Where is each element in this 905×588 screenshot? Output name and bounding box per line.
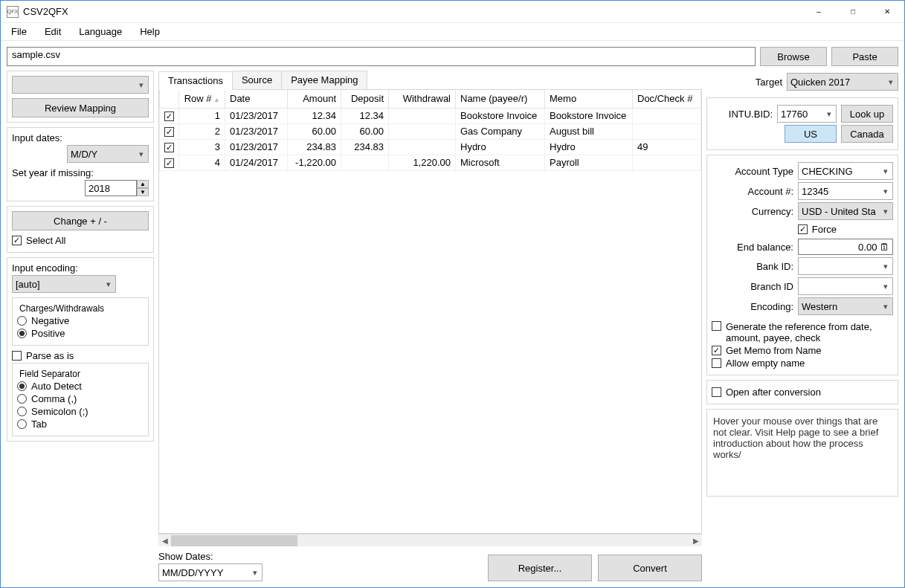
paste-button[interactable]: Paste [831, 47, 898, 66]
convert-button[interactable]: Convert [598, 555, 702, 581]
spin-up-icon[interactable]: ▲ [137, 180, 149, 188]
close-button[interactable]: ✕ [870, 1, 904, 23]
transactions-grid: Row # Date Amount Deposit Withdrawal Nam… [158, 90, 702, 534]
intubid-panel: INTU.BID: 17760 Look up US Canada [706, 97, 898, 150]
review-mapping-button[interactable]: Review Mapping [12, 98, 149, 117]
app-window: QFX CSV2QFX – □ ✕ File Edit Language Hel… [0, 0, 905, 588]
col-deposit[interactable]: Deposit [341, 90, 389, 108]
tabs: Transactions Source Payee Mapping [158, 71, 702, 90]
file-row: sample.csv Browse Paste [7, 47, 898, 66]
separator-legend: Field Separator [17, 369, 83, 379]
right-panel: Target Quicken 2017 INTU.BID: 17760 Look… [706, 71, 898, 581]
branch-id-combo[interactable] [798, 277, 893, 295]
mapping-combo[interactable] [12, 76, 149, 94]
register-button[interactable]: Register... [488, 555, 592, 581]
browse-button[interactable]: Browse [760, 47, 827, 66]
transactions-table: Row # Date Amount Deposit Withdrawal Nam… [159, 90, 701, 171]
menu-file[interactable]: File [4, 25, 34, 39]
scroll-left-icon[interactable]: ◀ [158, 534, 171, 547]
bank-id-label: Bank ID: [756, 261, 793, 272]
col-memo[interactable]: Memo [545, 90, 633, 108]
col-check[interactable] [160, 90, 179, 108]
account-type-combo[interactable]: CHECKING [798, 162, 893, 180]
input-encoding-label: Input encoding: [12, 262, 149, 274]
show-dates-label: Show Dates: [158, 551, 263, 562]
canada-button[interactable]: Canada [841, 125, 893, 143]
select-all-label: Select All [26, 235, 65, 246]
input-encoding-combo[interactable]: [auto] [12, 275, 116, 293]
lookup-button[interactable]: Look up [841, 105, 893, 123]
table-row[interactable]: ✓201/23/201760.0060.00Gas CompanyAugust … [160, 123, 701, 139]
scroll-right-icon[interactable]: ▶ [689, 534, 702, 547]
tab-transactions[interactable]: Transactions [158, 71, 233, 90]
allow-empty-checkbox[interactable]: Allow empty name [712, 358, 893, 369]
set-year-spinner[interactable]: 2018 ▲▼ [12, 180, 149, 196]
intubid-combo[interactable]: 17760 [777, 105, 837, 123]
select-all-checkbox[interactable]: ✓Select All [12, 235, 149, 246]
col-withdrawal[interactable]: Withdrawal [389, 90, 456, 108]
tab-source[interactable]: Source [232, 71, 282, 89]
change-sign-button[interactable]: Change + / - [12, 211, 149, 230]
window-title: CSV2QFX [23, 6, 802, 17]
us-button[interactable]: US [785, 125, 837, 143]
table-row[interactable]: ✓301/23/2017234.83234.83HydroHydro49 [160, 139, 701, 155]
currency-combo[interactable]: USD - United Sta [798, 202, 893, 220]
center-panel: Transactions Source Payee Mapping Row # … [158, 71, 702, 581]
input-dates-combo[interactable]: M/D/Y [67, 145, 149, 163]
sep-auto-radio[interactable]: Auto Detect [17, 381, 144, 392]
horizontal-scrollbar[interactable]: ◀ ▶ [158, 534, 702, 546]
target-combo[interactable]: Quicken 2017 [787, 73, 898, 91]
bank-id-combo[interactable] [798, 257, 893, 275]
charges-positive-radio[interactable]: Positive [17, 328, 144, 339]
col-date[interactable]: Date [225, 90, 288, 108]
scroll-thumb[interactable] [171, 535, 297, 546]
table-row[interactable]: ✓401/24/2017-1,220.001,220.00MicrosoftPa… [160, 155, 701, 170]
end-balance-input[interactable]: 0.00 🗓 [798, 239, 893, 255]
menu-language[interactable]: Language [71, 25, 129, 39]
show-dates-combo[interactable]: MM/DD/YYYY [158, 563, 263, 581]
force-checkbox[interactable]: ✓Force [798, 224, 837, 235]
input-dates-label: Input dates: [12, 132, 149, 143]
account-num-combo[interactable]: 12345 [798, 182, 893, 200]
app-icon: QFX [7, 6, 19, 18]
menu-help[interactable]: Help [132, 25, 167, 39]
open-after-panel: Open after conversion [706, 380, 898, 404]
charges-fieldset: Charges/Withdrawals Negative Positive [12, 297, 149, 346]
client-area: sample.csv Browse Paste Review Mapping I… [1, 41, 904, 587]
set-year-label: Set year if missing: [12, 167, 149, 178]
set-year-value[interactable]: 2018 [85, 180, 137, 196]
col-amount[interactable]: Amount [288, 90, 341, 108]
get-memo-checkbox[interactable]: ✓Get Memo from Name [712, 345, 893, 356]
output-encoding-label: Encoding: [750, 301, 793, 312]
file-path-input[interactable]: sample.csv [7, 47, 756, 66]
parse-as-is-checkbox[interactable]: Parse as is [12, 350, 149, 361]
show-dates-group: Show Dates: MM/DD/YYYY [158, 551, 263, 581]
dates-panel: Input dates: M/D/Y Set year if missing: … [7, 127, 154, 201]
col-doc[interactable]: Doc/Check # [633, 90, 701, 108]
account-num-label: Account #: [748, 186, 793, 197]
sep-semicolon-radio[interactable]: Semicolon (;) [17, 406, 144, 417]
charges-legend: Charges/Withdrawals [17, 303, 106, 314]
open-after-checkbox[interactable]: Open after conversion [712, 387, 893, 398]
col-row[interactable]: Row # [179, 90, 225, 108]
left-panel: Review Mapping Input dates: M/D/Y Set ye… [7, 71, 154, 581]
target-label: Target [756, 77, 782, 88]
sep-comma-radio[interactable]: Comma (,) [17, 393, 144, 404]
table-row[interactable]: ✓101/23/201712.3412.34Bookstore InvoiceB… [160, 108, 701, 123]
charges-negative-radio[interactable]: Negative [17, 315, 144, 326]
help-tip: Hover your mouse over things that are no… [706, 409, 898, 497]
tab-payee-mapping[interactable]: Payee Mapping [281, 71, 367, 89]
generate-ref-checkbox[interactable]: Generate the reference from date, amount… [712, 321, 893, 343]
account-type-label: Account Type [735, 166, 793, 177]
calendar-icon[interactable]: 🗓 [880, 242, 889, 253]
mapping-panel: Review Mapping [7, 71, 154, 123]
spin-down-icon[interactable]: ▼ [137, 188, 149, 196]
menu-edit[interactable]: Edit [37, 25, 68, 39]
encoding-panel: Input encoding: [auto] Charges/Withdrawa… [7, 257, 154, 442]
output-encoding-combo[interactable]: Western [798, 297, 893, 315]
end-balance-label: End balance: [737, 242, 793, 253]
col-name[interactable]: Name (payee/r) [456, 90, 545, 108]
maximize-button[interactable]: □ [836, 1, 870, 23]
sep-tab-radio[interactable]: Tab [17, 419, 144, 430]
minimize-button[interactable]: – [802, 1, 836, 23]
